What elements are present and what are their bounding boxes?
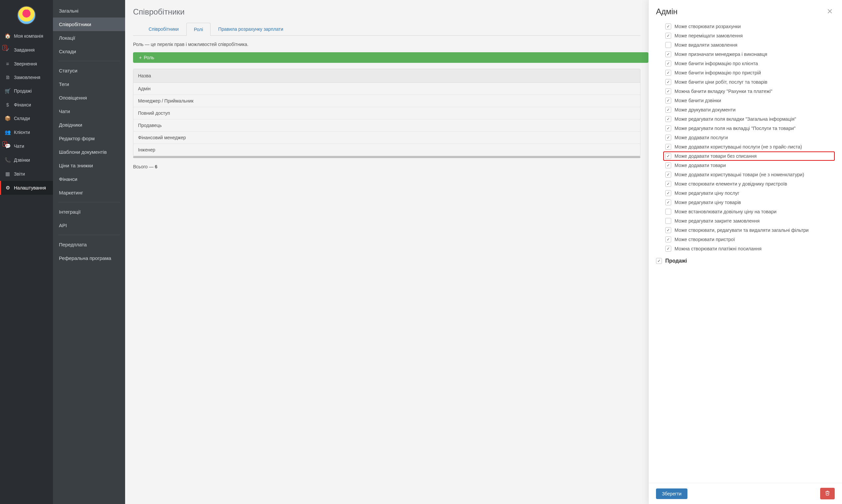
permission-checkbox[interactable] — [665, 79, 671, 85]
permission-checkbox[interactable] — [665, 88, 671, 94]
tab-2[interactable]: Правила розрахунку зарплати — [211, 22, 291, 35]
permission-label: Може встановлювати довільну ціну на това… — [674, 209, 776, 214]
permission-row: Може редагувати ціну товарів — [665, 198, 835, 207]
nav2-item-16[interactable]: Інтеграції — [53, 205, 125, 219]
permission-row: Може створювати елементи у довіднику при… — [665, 179, 835, 188]
permission-checkbox[interactable] — [665, 23, 671, 30]
permission-label: Може створювати елементи у довіднику при… — [674, 181, 787, 186]
nav1-badge: 3 — [2, 45, 7, 50]
permission-checkbox[interactable] — [665, 199, 671, 205]
permission-checkbox[interactable] — [665, 70, 671, 76]
nav2-item-19[interactable]: Передплата — [53, 238, 125, 251]
tab-0[interactable]: Співробітники — [141, 22, 186, 35]
nav1-item-2[interactable]: ≡Звернення — [0, 57, 53, 70]
nav1-item-8[interactable]: 4💬Чати — [0, 139, 53, 153]
nav2-item-14[interactable]: Маркетинг — [53, 186, 125, 199]
permission-label: Може додавати користувацькі товари (не з… — [674, 172, 804, 177]
permission-checkbox[interactable] — [665, 97, 671, 104]
nav2-item-20[interactable]: Реферальна програма — [53, 251, 125, 265]
page-title: Співробітники — [125, 0, 648, 22]
permission-label: Може переміщати замовлення — [674, 33, 743, 38]
nav1-item-4[interactable]: 🛒Продажі — [0, 84, 53, 98]
permission-checkbox[interactable] — [665, 227, 671, 233]
roles-table-header: Назва — [134, 69, 640, 83]
permission-checkbox[interactable] — [665, 144, 671, 150]
add-role-button[interactable]: + Роль — [133, 52, 648, 63]
nav2-item-0[interactable]: Загальні — [53, 4, 125, 18]
nav2-item-17[interactable]: API — [53, 219, 125, 232]
tab-1[interactable]: Ролі — [186, 23, 211, 36]
permission-label: Може додавати товари — [674, 163, 726, 168]
permission-checkbox[interactable] — [665, 236, 671, 242]
table-row[interactable]: Фінансовий менеджер — [134, 132, 640, 144]
nav1-item-7[interactable]: 👥Клієнти — [0, 125, 53, 139]
permission-checkbox[interactable] — [665, 51, 671, 57]
nav1-item-0[interactable]: 🏠Моя компанія — [0, 29, 53, 43]
table-scrollbar[interactable] — [133, 156, 641, 158]
table-row[interactable]: Повний доступ — [134, 107, 640, 120]
nav1-item-10[interactable]: ▦Звіти — [0, 167, 53, 181]
permission-checkbox[interactable] — [665, 190, 671, 196]
nav1-icon: 🗎 — [5, 74, 11, 80]
nav1-item-5[interactable]: $Фінанси — [0, 98, 53, 111]
table-row[interactable]: Інженер — [134, 144, 640, 156]
add-role-label: Роль — [144, 55, 154, 60]
permission-checkbox[interactable] — [665, 209, 671, 215]
nav1-item-9[interactable]: 📞Дзвінки — [0, 153, 53, 167]
nav2-item-1[interactable]: Співробітники — [53, 18, 125, 31]
permission-label: Може бачити дзвінки — [674, 98, 721, 103]
nav2-item-5[interactable]: Статуси — [53, 64, 125, 77]
permission-label: Може друкувати документи — [674, 107, 735, 112]
permission-checkbox[interactable] — [665, 107, 671, 113]
avatar[interactable] — [17, 6, 36, 24]
permission-row: Може редагувати поля вкладки "Загальна і… — [665, 114, 835, 124]
nav2-item-7[interactable]: Оповіщення — [53, 91, 125, 105]
nav1-label: Звіти — [14, 171, 25, 177]
nav2-item-11[interactable]: Шаблони документів — [53, 145, 125, 159]
nav1-label: Замовлення — [14, 75, 40, 80]
plus-icon: + — [139, 55, 142, 60]
permission-label: Може редагувати поля на вкладці "Послуги… — [674, 126, 796, 131]
permission-checkbox[interactable] — [665, 162, 671, 168]
nav2-item-9[interactable]: Довідники — [53, 118, 125, 132]
permission-checkbox[interactable] — [665, 60, 671, 67]
permission-checkbox[interactable] — [665, 153, 671, 159]
permission-checkbox[interactable] — [665, 218, 671, 224]
nav1-item-1[interactable]: 3✓Завдання — [0, 43, 53, 57]
permission-checkbox[interactable] — [665, 116, 671, 122]
table-row[interactable]: Менеджер / Приймальник — [134, 95, 640, 107]
nav1-icon: ≡ — [5, 61, 11, 67]
permission-checkbox[interactable] — [665, 42, 671, 48]
permission-checkbox[interactable] — [665, 181, 671, 187]
permission-checkbox[interactable] — [665, 172, 671, 178]
nav2-item-8[interactable]: Чати — [53, 105, 125, 118]
permission-row: Може бачити інформацію про клієнта — [665, 59, 835, 68]
nav2-item-6[interactable]: Теги — [53, 77, 125, 91]
nav2-item-3[interactable]: Склади — [53, 44, 125, 58]
roles-total: Всього — 6 — [125, 163, 648, 176]
permission-checkbox[interactable] — [665, 33, 671, 39]
permission-label: Може редагувати ціну послуг — [674, 191, 739, 196]
nav2-item-12[interactable]: Ціни та знижки — [53, 159, 125, 172]
permission-checkbox[interactable] — [665, 125, 671, 131]
table-row[interactable]: Адмін — [134, 83, 640, 95]
nav2-item-13[interactable]: Фінанси — [53, 172, 125, 186]
permission-label: Може додавати товари без списання — [674, 154, 757, 159]
main-content: Співробітники СпівробітникиРоліПравила р… — [125, 0, 648, 504]
save-button[interactable]: Зберегти — [656, 488, 687, 499]
nav1-label: Склади — [14, 116, 30, 121]
nav1-item-11[interactable]: ⚙Налаштування — [0, 181, 53, 195]
permission-row: Може бачити дзвінки — [665, 96, 835, 105]
nav2-item-10[interactable]: Редактор форм — [53, 132, 125, 145]
nav1-item-6[interactable]: 📦Склади — [0, 111, 53, 125]
permission-label: Можна створювати платіжні посилання — [674, 246, 761, 251]
permission-checkbox[interactable] — [665, 134, 671, 141]
nav1-item-3[interactable]: 🗎Замовлення — [0, 70, 53, 84]
section-checkbox[interactable] — [656, 258, 662, 264]
table-row[interactable]: Продавець — [134, 120, 640, 132]
nav2-item-2[interactable]: Локації — [53, 31, 125, 44]
close-icon[interactable]: ✕ — [825, 6, 835, 17]
permission-label: Може видаляти замовлення — [674, 42, 737, 48]
delete-button[interactable] — [820, 488, 835, 499]
permission-checkbox[interactable] — [665, 246, 671, 252]
